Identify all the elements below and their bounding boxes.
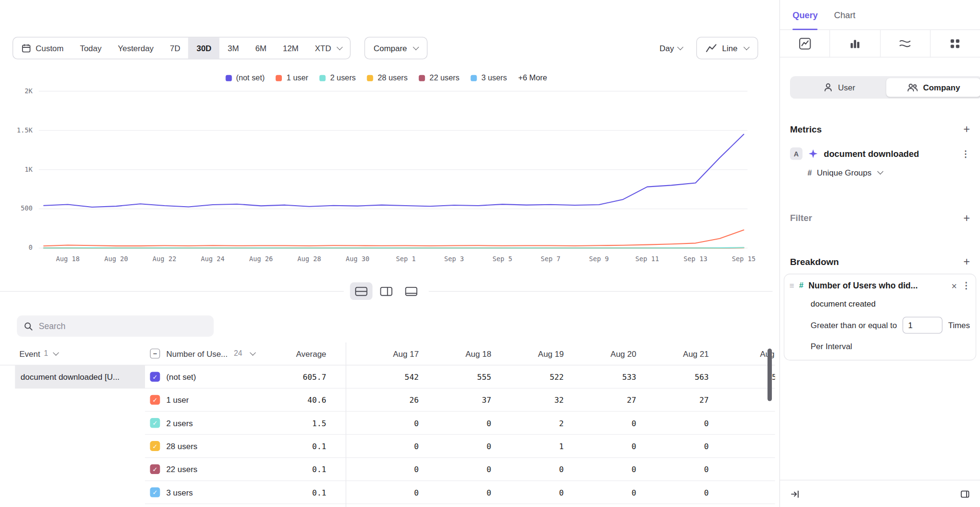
table-row[interactable]: document downloaded [U...✓(not set)605.7…	[0, 365, 775, 388]
custom-date-button[interactable]: Custom	[13, 37, 72, 58]
chart-svg	[0, 82, 772, 252]
split-horizontal-icon	[355, 287, 368, 296]
metrics-section-header: Metrics +	[780, 124, 980, 135]
column-header-date[interactable]: Aug 20	[564, 349, 636, 358]
chart-type-label: Line	[722, 44, 737, 53]
collapse-panel-button[interactable]	[790, 489, 800, 499]
flow-chart-tile[interactable]	[880, 30, 931, 57]
column-header-date[interactable]: Aug 17	[346, 349, 419, 358]
more-options-icon[interactable]: ⋮	[961, 149, 970, 159]
condition-label[interactable]: Greater than or equal to	[811, 320, 897, 330]
insights-chart-icon	[799, 37, 811, 50]
series-checkbox[interactable]: ✓	[150, 487, 160, 497]
filter-title: Filter	[790, 213, 812, 223]
add-filter-icon[interactable]: +	[963, 212, 970, 224]
table-cell: 2	[709, 395, 775, 405]
chevron-down-icon	[336, 44, 343, 50]
more-options-icon[interactable]: ⋮	[962, 280, 970, 290]
table-cell: 0	[419, 418, 491, 428]
column-header-date[interactable]: Aug 19	[491, 349, 564, 358]
search-icon	[24, 321, 33, 331]
group-column-header[interactable]: – Number of Use... 24	[145, 349, 257, 359]
vertical-scrollbar[interactable]	[768, 349, 772, 401]
toggle-sidebar-button[interactable]	[960, 489, 970, 499]
range-button-7d[interactable]: 7D	[162, 37, 189, 58]
range-button-today[interactable]: Today	[72, 37, 110, 58]
compare-button[interactable]: Compare	[364, 37, 428, 59]
event-column-cell	[0, 388, 145, 411]
range-button-6m[interactable]: 6M	[247, 37, 275, 58]
x-axis-label: Sep 13	[674, 255, 717, 263]
column-header-date[interactable]: Aug 2	[709, 349, 775, 358]
aggregation-label: Unique Groups	[817, 168, 871, 177]
series-line	[44, 247, 744, 248]
layout-split-horizontal-button[interactable]	[350, 282, 372, 300]
layout-split-vertical-button[interactable]	[375, 282, 398, 300]
add-metric-icon[interactable]: +	[963, 124, 970, 135]
series-checkbox[interactable]: ✓	[150, 418, 160, 428]
column-header-date[interactable]: Aug 18	[419, 349, 491, 358]
event-cell[interactable]: document downloaded [U...	[15, 365, 145, 388]
event-sparkle-icon	[808, 149, 818, 159]
tab-query[interactable]: Query	[792, 0, 818, 29]
event-column-cell	[0, 435, 145, 458]
interval-select[interactable]: Day	[659, 44, 682, 53]
add-breakdown-icon[interactable]: +	[963, 256, 970, 268]
toggle-company-label: Company	[923, 83, 960, 92]
table-cell: 0	[419, 464, 491, 474]
chevron-down-icon	[53, 349, 59, 355]
table-cell: 37	[419, 395, 491, 405]
range-button-3m[interactable]: 3M	[220, 37, 247, 58]
table-row[interactable]: ✓22 users0.1000000	[0, 458, 775, 481]
xtd-label: XTD	[315, 44, 331, 53]
breakdown-event[interactable]: document created	[811, 299, 970, 309]
range-button-12m[interactable]: 12M	[275, 37, 307, 58]
event-column-cell	[0, 412, 145, 435]
chevron-down-icon	[744, 44, 750, 50]
toggle-company[interactable]: Company	[886, 78, 980, 97]
table-cell: 0	[636, 441, 709, 451]
range-button-30d[interactable]: 30D	[189, 37, 220, 58]
breakdown-section-header: Breakdown +	[780, 256, 980, 268]
table-row[interactable]: ✓28 users0.1001000	[0, 435, 775, 458]
select-all-checkbox[interactable]: –	[150, 349, 160, 359]
series-line	[44, 134, 744, 207]
breakdown-property-name[interactable]: Number of Users who did...	[809, 281, 947, 290]
table-cell: 0	[709, 418, 775, 428]
collapse-right-icon	[790, 489, 800, 499]
series-checkbox[interactable]: ✓	[150, 464, 160, 474]
chart-type-select[interactable]: Line	[697, 37, 758, 59]
toggle-user[interactable]: User	[792, 78, 886, 97]
table-cell: 555	[419, 372, 491, 382]
average-value: 605.7	[257, 372, 326, 382]
table-row[interactable]: ✓3 users0.1000000	[0, 481, 775, 504]
series-checkbox[interactable]: ✓	[150, 372, 160, 382]
grid-chart-tile[interactable]	[930, 30, 980, 57]
column-header-date[interactable]: Aug 21	[636, 349, 709, 358]
range-button-yesterday[interactable]: Yesterday	[110, 37, 162, 58]
series-checkbox[interactable]: ✓	[150, 395, 160, 405]
drag-handle-icon[interactable]: ≡	[790, 281, 794, 290]
bar-chart-tile[interactable]	[830, 30, 880, 57]
table-cell: 0	[419, 441, 491, 451]
breakdown-title: Breakdown	[790, 257, 839, 267]
metric-card[interactable]: A document downloaded ⋮ # Unique Groups	[780, 135, 980, 177]
tab-chart[interactable]: Chart	[834, 0, 856, 29]
condition-value-input[interactable]	[902, 317, 943, 333]
event-column-header[interactable]: Event 1	[0, 349, 145, 358]
search-input[interactable]	[39, 321, 207, 331]
table-row[interactable]: ✓2 users1.5002000	[0, 412, 775, 435]
table-cell: 0	[346, 418, 419, 428]
range-xtd[interactable]: XTD	[307, 37, 350, 58]
layout-bottom-panel-button[interactable]	[400, 282, 423, 300]
insights-chart-tile[interactable]	[780, 30, 830, 57]
aggregation-select[interactable]: # Unique Groups	[808, 168, 970, 177]
series-checkbox[interactable]: ✓	[150, 441, 160, 451]
table-row[interactable]: ✓1 user40.626373227272	[0, 388, 775, 411]
per-interval-label[interactable]: Per Interval	[811, 342, 970, 351]
table-body: document downloaded [U...✓(not set)605.7…	[0, 365, 775, 504]
table-cell: 26	[346, 395, 419, 405]
close-icon[interactable]: ×	[951, 281, 957, 290]
average-column-header[interactable]: Average	[257, 349, 326, 358]
metrics-title: Metrics	[790, 124, 822, 134]
